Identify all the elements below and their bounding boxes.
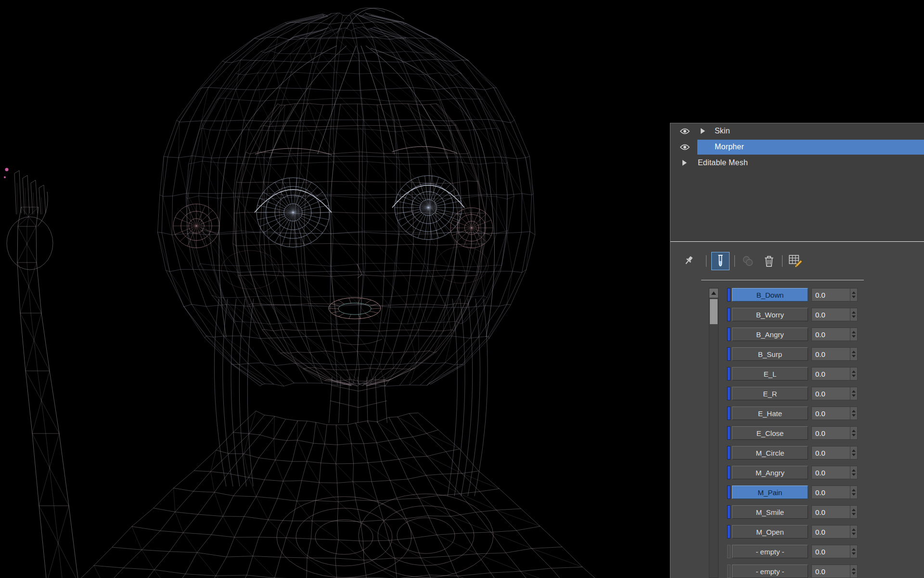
spinner-up-icon[interactable] xyxy=(852,291,856,294)
make-unique-button[interactable] xyxy=(740,252,756,270)
modifier-stack: SkinMorpherEditable Mesh xyxy=(670,123,924,242)
morph-channel-button[interactable]: - empty - xyxy=(732,565,808,578)
value-spinner[interactable] xyxy=(850,545,857,558)
spinner-up-icon[interactable] xyxy=(852,311,856,314)
value-spinner[interactable] xyxy=(850,407,857,420)
spinner-up-icon[interactable] xyxy=(852,449,856,452)
spinner-up-icon[interactable] xyxy=(852,528,856,531)
spinner-down-icon[interactable] xyxy=(852,394,856,397)
spinner-up-icon[interactable] xyxy=(852,548,856,551)
trash-icon xyxy=(763,254,775,268)
morph-channel-list: B_Down0.0B_Worry0.0B_Angry0.0B_Surp0.0E_… xyxy=(670,288,924,578)
morph-channel-row: - empty -0.0 xyxy=(727,545,924,558)
morph-value-field[interactable]: 0.0 xyxy=(811,347,858,361)
value-spinner[interactable] xyxy=(850,506,857,518)
spinner-up-icon[interactable] xyxy=(852,331,856,333)
morph-channel-button[interactable]: B_Angry xyxy=(732,328,808,341)
morph-value-field[interactable]: 0.0 xyxy=(811,525,858,539)
morph-channel-button[interactable]: E_Close xyxy=(732,426,808,440)
value-spinner[interactable] xyxy=(850,368,857,380)
spinner-down-icon[interactable] xyxy=(852,473,856,476)
morph-channel-button[interactable]: E_R xyxy=(732,387,808,400)
toolbar-separator xyxy=(706,255,706,267)
morph-channel-button[interactable]: M_Angry xyxy=(732,466,808,479)
value-spinner[interactable] xyxy=(850,348,857,360)
spinner-down-icon[interactable] xyxy=(852,296,856,298)
spinner-up-icon[interactable] xyxy=(852,351,856,353)
spinner-down-icon[interactable] xyxy=(852,513,856,515)
configure-modifier-sets-button[interactable] xyxy=(787,252,804,270)
morph-value-field[interactable]: 0.0 xyxy=(811,426,858,440)
spinner-down-icon[interactable] xyxy=(852,533,856,535)
morph-channel-button[interactable]: M_Smile xyxy=(732,505,808,519)
table-edit-icon xyxy=(788,254,803,268)
value-spinner[interactable] xyxy=(850,466,857,479)
spinner-down-icon[interactable] xyxy=(852,335,856,338)
eye-icon[interactable] xyxy=(680,144,690,151)
morph-channel-panel: B_Down0.0B_Worry0.0B_Angry0.0B_Surp0.0E_… xyxy=(670,280,924,578)
morph-value-field[interactable]: 0.0 xyxy=(811,565,858,578)
pin-stack-button[interactable] xyxy=(680,252,696,270)
value-spinner[interactable] xyxy=(850,447,857,459)
morph-channel-button[interactable]: E_Hate xyxy=(732,407,808,420)
morph-value-field[interactable]: 0.0 xyxy=(811,446,858,460)
morph-value-field[interactable]: 0.0 xyxy=(811,387,858,400)
morph-channel-row: M_Open0.0 xyxy=(727,525,924,539)
value-spinner[interactable] xyxy=(850,486,857,499)
remove-modifier-button[interactable] xyxy=(761,252,777,270)
spinner-up-icon[interactable] xyxy=(852,370,856,373)
value-spinner[interactable] xyxy=(850,387,857,400)
value-spinner[interactable] xyxy=(850,525,857,538)
morph-channel-button[interactable]: - empty - xyxy=(732,545,808,558)
spinner-down-icon[interactable] xyxy=(852,375,856,377)
expand-arrow-icon[interactable] xyxy=(682,160,687,166)
morph-value-text: 0.0 xyxy=(812,508,825,516)
spinner-up-icon[interactable] xyxy=(852,469,856,472)
morph-channel-button[interactable]: B_Worry xyxy=(732,308,808,321)
spinner-up-icon[interactable] xyxy=(852,410,856,412)
modifier-panel: SkinMorpherEditable Mesh xyxy=(670,123,924,578)
morph-channel-button[interactable]: M_Open xyxy=(732,525,808,539)
morph-value-field[interactable]: 0.0 xyxy=(811,466,858,479)
stack-item-morpher[interactable]: Morpher xyxy=(670,139,924,155)
morph-value-field[interactable]: 0.0 xyxy=(811,308,858,321)
eye-icon[interactable] xyxy=(680,128,690,135)
morph-channel-button[interactable]: M_Pain xyxy=(732,486,808,499)
spinner-down-icon[interactable] xyxy=(852,315,856,318)
morph-value-field[interactable]: 0.0 xyxy=(811,545,858,558)
spinner-up-icon[interactable] xyxy=(852,430,856,432)
value-spinner[interactable] xyxy=(850,565,857,578)
spinner-up-icon[interactable] xyxy=(852,509,856,511)
morph-value-field[interactable]: 0.0 xyxy=(811,505,858,519)
spinner-up-icon[interactable] xyxy=(852,489,856,491)
spinner-up-icon[interactable] xyxy=(852,390,856,393)
spinner-down-icon[interactable] xyxy=(852,552,856,555)
morph-value-field[interactable]: 0.0 xyxy=(811,288,858,302)
stack-item-editable-mesh[interactable]: Editable Mesh xyxy=(670,155,924,171)
expand-arrow-icon[interactable] xyxy=(701,128,705,134)
morph-channel-button[interactable]: B_Down xyxy=(732,288,808,302)
show-end-result-button[interactable] xyxy=(711,252,730,270)
stack-toolbar xyxy=(670,242,924,280)
spinner-up-icon[interactable] xyxy=(852,568,856,570)
morph-value-field[interactable]: 0.0 xyxy=(811,407,858,420)
value-spinner[interactable] xyxy=(850,427,857,439)
morph-channel-button[interactable]: M_Circle xyxy=(732,446,808,460)
spinner-down-icon[interactable] xyxy=(852,434,856,436)
value-spinner[interactable] xyxy=(850,289,857,301)
spinner-down-icon[interactable] xyxy=(852,572,856,575)
spinner-down-icon[interactable] xyxy=(852,355,856,357)
value-spinner[interactable] xyxy=(850,308,857,321)
morph-value-field[interactable]: 0.0 xyxy=(811,328,858,341)
spinner-down-icon[interactable] xyxy=(852,414,856,417)
morph-value-field[interactable]: 0.0 xyxy=(811,367,858,381)
spinner-down-icon[interactable] xyxy=(852,454,856,456)
stack-item-skin[interactable]: Skin xyxy=(670,123,924,139)
morph-channel-row: E_R0.0 xyxy=(727,387,924,400)
morph-value-field[interactable]: 0.0 xyxy=(811,486,858,499)
morph-channel-row: E_Close0.0 xyxy=(727,426,924,440)
value-spinner[interactable] xyxy=(850,328,857,341)
morph-channel-button[interactable]: E_L xyxy=(732,367,808,381)
morph-channel-button[interactable]: B_Surp xyxy=(732,347,808,361)
spinner-down-icon[interactable] xyxy=(852,493,856,496)
